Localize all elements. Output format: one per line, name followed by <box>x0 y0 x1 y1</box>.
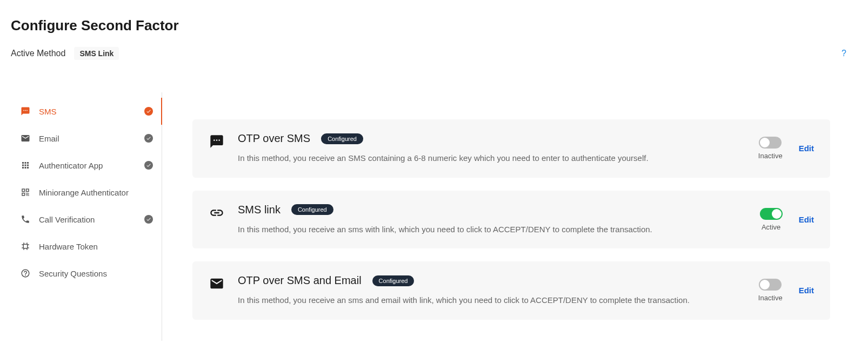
method-description: In this method, you receive an sms and e… <box>238 294 745 307</box>
active-method-value: SMS Link <box>74 47 119 60</box>
method-title: OTP over SMS and Email <box>238 274 362 287</box>
sidebar-item-label: Hardware Token <box>39 242 153 251</box>
active-method-row: Active Method SMS Link ? <box>11 47 857 60</box>
sms-bubble-icon <box>209 133 225 150</box>
sidebar-item-label: Email <box>39 134 144 143</box>
check-icon <box>144 215 153 224</box>
active-method-label: Active Method <box>11 49 65 58</box>
main-content: OTP over SMS Configured In this method, … <box>162 92 830 341</box>
edit-button[interactable]: Edit <box>799 286 814 295</box>
phone-icon <box>19 213 31 225</box>
configured-badge: Configured <box>291 204 333 215</box>
toggle-label: Active <box>762 223 780 231</box>
question-icon <box>19 267 31 279</box>
help-icon[interactable]: ? <box>842 49 846 58</box>
sidebar: SMS Email Authenticator App <box>11 92 162 341</box>
check-icon <box>144 107 153 116</box>
edit-button[interactable]: Edit <box>799 144 814 153</box>
email-icon <box>19 132 31 144</box>
check-icon <box>144 161 153 170</box>
edit-button[interactable]: Edit <box>799 215 814 224</box>
envelope-icon <box>209 275 225 292</box>
sidebar-item-authenticator[interactable]: Authenticator App <box>11 152 162 179</box>
qr-icon <box>19 186 31 198</box>
sidebar-item-email[interactable]: Email <box>11 125 162 152</box>
method-description: In this method, you receive an SMS conta… <box>238 152 745 165</box>
grid-icon <box>19 159 31 171</box>
toggle-switch[interactable] <box>760 208 783 220</box>
configured-badge: Configured <box>372 275 415 286</box>
sms-icon <box>19 105 31 117</box>
toggle-label: Inactive <box>758 152 783 160</box>
page-title: Configure Second Factor <box>11 17 857 34</box>
sidebar-item-label: Call Verification <box>39 215 144 224</box>
method-card-otp-sms-email: OTP over SMS and Email Configured In thi… <box>192 261 830 320</box>
method-card-sms-link: SMS link Configured In this method, you … <box>192 191 830 249</box>
link-icon <box>209 205 225 221</box>
sidebar-item-label: Miniorange Authenticator <box>39 188 153 197</box>
sidebar-item-label: Security Questions <box>39 269 153 278</box>
method-title: SMS link <box>238 204 281 216</box>
token-icon <box>19 240 31 252</box>
method-description: In this method, you receive an sms with … <box>238 224 747 236</box>
sidebar-item-sms[interactable]: SMS <box>11 98 162 125</box>
configured-badge: Configured <box>321 133 363 144</box>
svg-rect-0 <box>23 244 28 248</box>
sidebar-item-security[interactable]: Security Questions <box>11 260 162 287</box>
sidebar-item-hardware[interactable]: Hardware Token <box>11 233 162 260</box>
method-card-otp-sms: OTP over SMS Configured In this method, … <box>192 119 830 178</box>
toggle-switch[interactable] <box>759 279 782 291</box>
toggle-label: Inactive <box>758 294 783 302</box>
toggle-switch[interactable] <box>759 137 782 149</box>
sidebar-item-call[interactable]: Call Verification <box>11 206 162 233</box>
sidebar-item-label: SMS <box>39 107 144 116</box>
sidebar-item-label: Authenticator App <box>39 161 144 170</box>
sidebar-item-miniorange[interactable]: Miniorange Authenticator <box>11 179 162 206</box>
method-title: OTP over SMS <box>238 132 310 145</box>
check-icon <box>144 134 153 143</box>
